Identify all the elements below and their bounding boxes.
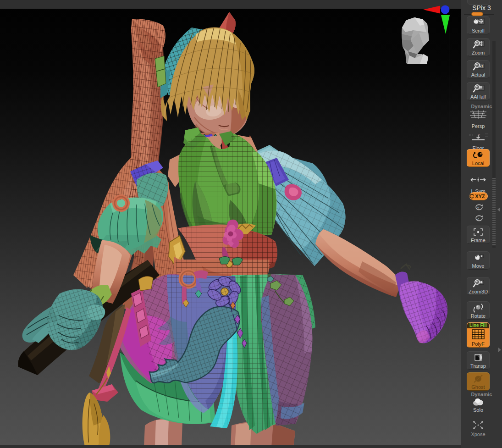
svg-text:Y: Y [477, 206, 480, 210]
svg-text:x1: x1 [480, 64, 484, 68]
svg-text:Z: Z [477, 217, 480, 221]
